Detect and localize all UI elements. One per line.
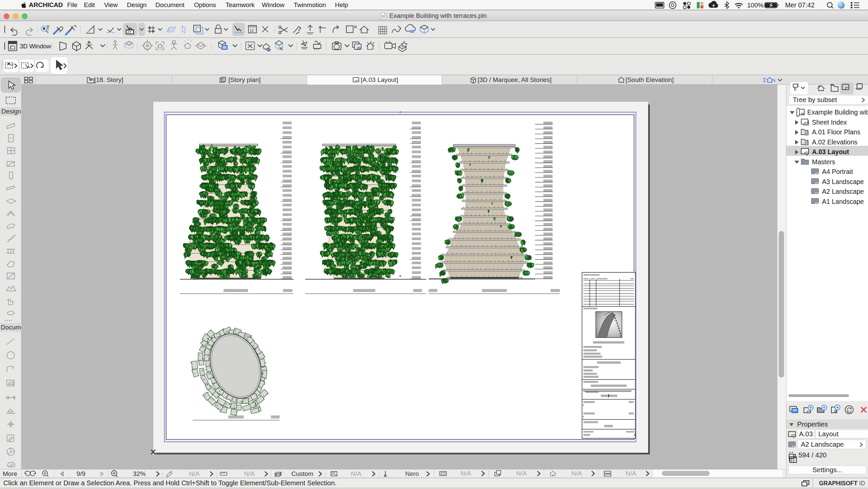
svg-text:Masters: Masters (812, 158, 835, 166)
svg-text:Docume: Docume (1, 324, 22, 331)
svg-text:A.02 Elevations: A.02 Elevations (812, 138, 858, 146)
svg-text:Sheet Index: Sheet Index (812, 119, 847, 126)
svg-text:A4 Portrait: A4 Portrait (822, 168, 853, 175)
svg-text:A3 Landscape: A3 Landscape (822, 178, 864, 185)
svg-text:3D Window: 3D Window (20, 42, 51, 50)
svg-text:100%: 100% (747, 2, 764, 9)
svg-text:A1 Landscape: A1 Landscape (822, 198, 864, 205)
svg-text:Design: Design (1, 108, 21, 115)
svg-text:A2 Landscape: A2 Landscape (822, 188, 864, 195)
svg-text:A.01 Floor Plans: A.01 Floor Plans (812, 128, 860, 136)
svg-text:XY: XY (127, 30, 132, 34)
svg-text:A.03 Layout: A.03 Layout (812, 148, 849, 155)
svg-text:12: 12 (250, 29, 254, 33)
svg-text:Example Building with terr: Example Building with terr (807, 109, 868, 116)
svg-text:Mer 07:42: Mer 07:42 (785, 1, 815, 9)
